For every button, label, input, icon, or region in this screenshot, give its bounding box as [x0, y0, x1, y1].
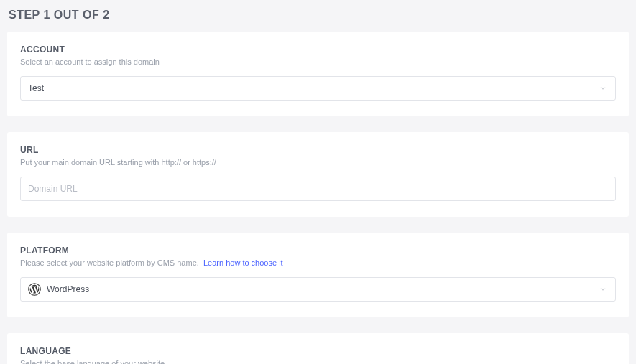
wordpress-icon — [28, 283, 41, 296]
account-select-value: Test — [28, 83, 598, 93]
chevron-down-icon — [598, 284, 608, 294]
language-label: LANGUAGE — [20, 346, 616, 356]
url-input-wrapper — [20, 177, 616, 201]
url-input[interactable] — [28, 184, 608, 194]
platform-desc-wrapper: Please select your website platform by C… — [20, 258, 616, 267]
url-label: URL — [20, 145, 616, 155]
language-card: LANGUAGE Select the base language of you… — [7, 333, 629, 364]
url-desc: Put your main domain URL starting with h… — [20, 158, 616, 167]
platform-select[interactable]: WordPress — [20, 277, 616, 302]
account-desc: Select an account to assign this domain — [20, 57, 616, 66]
platform-learn-link[interactable]: Learn how to choose it — [203, 258, 283, 267]
platform-card: PLATFORM Please select your website plat… — [7, 233, 629, 317]
account-card: ACCOUNT Select an account to assign this… — [7, 32, 629, 116]
account-select[interactable]: Test — [20, 76, 616, 101]
page-title: STEP 1 OUT OF 2 — [7, 9, 629, 22]
platform-label: PLATFORM — [20, 246, 616, 256]
account-label: ACCOUNT — [20, 45, 616, 55]
language-desc: Select the base language of your website — [20, 359, 616, 364]
platform-desc: Please select your website platform by C… — [20, 258, 199, 267]
url-card: URL Put your main domain URL starting wi… — [7, 132, 629, 217]
platform-select-value: WordPress — [47, 284, 598, 294]
chevron-down-icon — [598, 83, 608, 93]
